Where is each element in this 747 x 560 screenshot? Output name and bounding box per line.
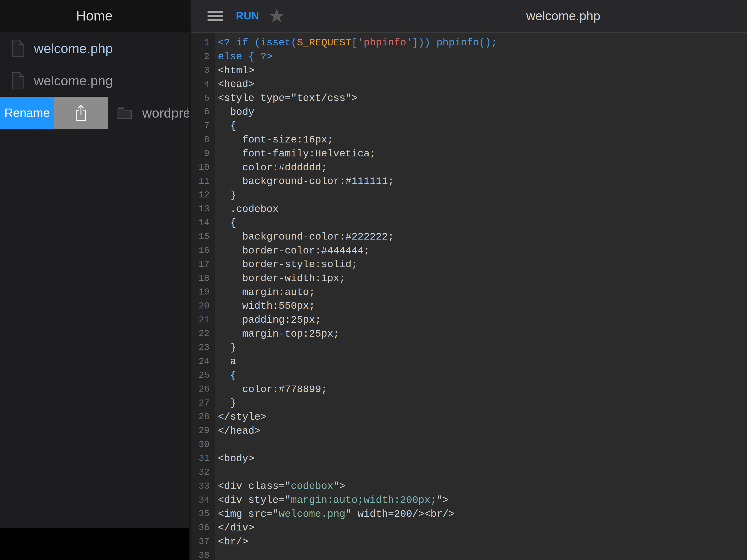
code-line-text: </style> [218,411,266,423]
rename-button[interactable]: Rename [0,97,54,129]
run-button[interactable]: RUN [236,0,259,32]
code-line-text: width:550px; [218,300,315,312]
sidebar-scrollbar[interactable] [187,107,188,117]
code-line[interactable]: 32 [191,465,747,479]
code-line[interactable]: 35<img src="welcome.png" width=200/><br/… [191,507,747,521]
list-item-wordpress-folder[interactable]: Rename wordpress [0,97,189,129]
list-item-welcome-php[interactable]: welcome.php [0,32,189,65]
code-line-text: background-color:#222222; [218,231,394,243]
hamburger-menu-icon[interactable] [208,11,223,21]
line-number: 15 [191,232,209,242]
code-line[interactable]: 3<html> [191,63,747,77]
code-line[interactable]: 20 width:550px; [191,299,747,313]
share-button[interactable] [54,97,108,129]
star-icon[interactable] [269,8,285,25]
code-line[interactable]: 1<? if (isset($_REQUEST['phpinfo'])) php… [191,36,747,50]
code-line-text: } [218,397,236,409]
share-export-icon [74,104,87,122]
code-line[interactable]: 4<head> [191,77,747,91]
document-title: welcome.php [526,0,600,32]
editor-pane: RUN welcome.php 1<? if (isset($_REQUEST[… [189,0,747,560]
line-number: 29 [191,426,209,436]
code-lines: 1<? if (isset($_REQUEST['phpinfo'])) php… [191,36,747,560]
code-line-text: </div> [218,522,254,533]
code-line-text: { [218,120,236,131]
code-line[interactable]: 23 } [191,341,747,355]
code-line[interactable]: 29</head> [191,424,747,438]
code-line[interactable]: 9 font-family:Helvetica; [191,147,747,161]
line-number: 19 [191,287,209,297]
code-line[interactable]: 16 border-color:#444444; [191,244,747,258]
line-number: 3 [191,65,209,75]
code-line-text: <img src="welcome.png" width=200/><br/> [218,508,455,520]
sidebar: Home welcome.php welcome.png Rename [0,0,189,560]
line-number: 12 [191,190,209,200]
sidebar-header: Home [0,0,189,32]
line-number: 18 [191,274,209,284]
code-line[interactable]: 7 { [191,119,747,133]
line-number: 24 [191,357,209,367]
code-line[interactable]: 19 margin:auto; [191,285,747,299]
code-line[interactable]: 24 a [191,355,747,368]
line-number: 34 [191,495,209,505]
code-line[interactable]: 33<div class="codebox"> [191,479,747,493]
code-line[interactable]: 21 padding:25px; [191,313,747,327]
code-line[interactable]: 6 body [191,105,747,119]
code-line-text: margin:auto; [218,286,315,298]
code-line[interactable]: 25 { [191,368,747,383]
code-line[interactable]: 37<br/> [191,535,747,549]
code-line-text: <html> [218,65,254,76]
code-line-text: { [218,217,236,229]
line-number: 9 [191,149,209,159]
code-line[interactable]: 28</style> [191,410,747,424]
line-number: 22 [191,329,209,339]
list-item-welcome-png[interactable]: welcome.png [0,65,189,97]
line-number: 6 [191,107,209,117]
line-number: 16 [191,246,209,256]
code-line[interactable]: 2else { ?> [191,50,747,64]
code-line[interactable]: 5<style type="text/css"> [191,91,747,105]
code-line-text: background-color:#111111; [218,176,394,187]
code-line-text: <style type="text/css"> [218,93,358,104]
code-line-text: <body> [218,453,254,464]
code-line[interactable]: 22 margin-top:25px; [191,327,747,341]
code-line[interactable]: 36</div> [191,521,747,535]
code-line-text: margin-top:25px; [218,328,339,339]
code-line[interactable]: 30 [191,438,747,452]
code-line[interactable]: 8 font-size:16px; [191,133,747,147]
code-line[interactable]: 11 background-color:#111111; [191,175,747,188]
file-document-icon [11,40,24,58]
code-line-text: border-width:1px; [218,273,345,284]
rename-button-label: Rename [0,97,54,129]
code-line[interactable]: 31<body> [191,452,747,466]
code-line-text: { [218,370,236,381]
line-number: 26 [191,384,209,394]
code-line-text: <head> [218,78,254,90]
code-line[interactable]: 10 color:#dddddd; [191,160,747,175]
code-line[interactable]: 15 background-color:#222222; [191,230,747,244]
code-line-text: color:#778899; [218,384,327,395]
line-number: 33 [191,481,209,491]
line-number: 14 [191,218,209,228]
code-line-text: body [218,106,254,118]
code-editor[interactable]: 1<? if (isset($_REQUEST['phpinfo'])) php… [191,33,747,560]
sidebar-title: Home [0,0,189,32]
code-line[interactable]: 34<div style="margin:auto;width:200px;"> [191,493,747,507]
code-line-text: a [218,356,236,367]
folder-icon [117,106,132,121]
code-line[interactable]: 27 } [191,396,747,410]
editor-topbar: RUN welcome.php [189,0,747,32]
sidebar-bottom-toolbar: Move [0,528,189,560]
code-line[interactable]: 14 { [191,216,747,230]
code-line[interactable]: 12 } [191,188,747,202]
code-line[interactable]: 38 [191,549,747,560]
line-number: 35 [191,509,209,519]
line-number: 4 [191,79,209,90]
code-line[interactable]: 13 .codebox [191,202,747,216]
code-line[interactable]: 26 color:#778899; [191,382,747,396]
line-number: 27 [191,398,209,408]
code-line[interactable]: 17 border-style:solid; [191,258,747,272]
line-number: 1 [191,38,209,48]
code-line[interactable]: 18 border-width:1px; [191,272,747,285]
line-number: 7 [191,121,209,131]
